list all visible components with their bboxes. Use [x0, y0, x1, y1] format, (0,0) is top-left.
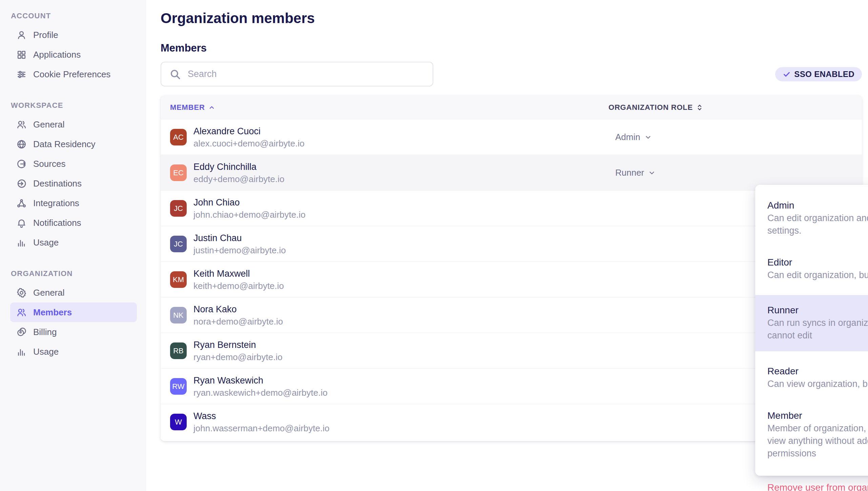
chevron-down-icon: [648, 169, 656, 177]
user-icon: [16, 30, 27, 40]
sidebar-item-usage[interactable]: Usage: [10, 342, 137, 361]
member-email: eddy+demo@airbyte.io: [193, 173, 285, 185]
gear-icon: [16, 288, 27, 298]
column-header-member[interactable]: MEMBER: [170, 95, 215, 119]
sso-enabled-badge: SSO ENABLED: [775, 67, 862, 81]
sso-badge-label: SSO ENABLED: [794, 70, 854, 79]
sidebar-item-general[interactable]: General: [10, 115, 137, 134]
sidebar-item-label: Integrations: [33, 198, 79, 209]
sidebar-item-label: Usage: [33, 237, 59, 248]
check-icon: [783, 70, 791, 78]
sidebar-item-label: Profile: [33, 30, 58, 40]
member-name: Ryan Bernstein: [193, 338, 283, 351]
sidebar-section-workspace: WORKSPACE General Data Residency Sources…: [10, 101, 137, 252]
sidebar-item-billing[interactable]: Billing: [10, 322, 137, 342]
avatar: JC: [170, 236, 187, 252]
member-row: EC Eddy Chinchilla eddy+demo@airbyte.io …: [161, 155, 862, 191]
avatar: W: [170, 414, 187, 430]
bell-icon: [16, 218, 27, 228]
sidebar-section-account: ACCOUNT Profile Applications Cookie Pref…: [10, 12, 137, 84]
sidebar-item-label: Sources: [33, 159, 65, 169]
role-option-description: Member of organization, but cannot view …: [767, 422, 868, 460]
users-icon: [16, 119, 27, 130]
role-dropdown-menu: Admin Can edit organization and organiza…: [755, 185, 868, 476]
member-name: Nora Kako: [193, 303, 283, 316]
bar-chart-icon: [16, 237, 27, 248]
sidebar-item-label: Destinations: [33, 178, 82, 189]
sidebar-item-label: General: [33, 288, 65, 298]
page-title: Organization members: [161, 10, 315, 26]
sidebar-item-label: Billing: [33, 327, 57, 337]
search-box: [161, 62, 433, 86]
sidebar-item-profile[interactable]: Profile: [10, 25, 137, 45]
globe-icon: [16, 139, 27, 150]
member-email: justin+demo@airbyte.io: [193, 244, 286, 256]
sidebar-item-notifications[interactable]: Notifications: [10, 213, 137, 233]
main-content: Organization members Members SSO ENABLED…: [146, 0, 868, 491]
member-email: ryan+demo@airbyte.io: [193, 351, 283, 363]
role-option-reader[interactable]: Reader Can view organization, but cannot…: [755, 359, 868, 396]
sidebar-item-data-residency[interactable]: Data Residency: [10, 134, 137, 154]
avatar: KM: [170, 271, 187, 288]
search-input[interactable]: [161, 62, 433, 86]
members-toolbar: SSO ENABLED: [161, 62, 862, 86]
sidebar-item-label: Usage: [33, 347, 59, 357]
role-option-admin[interactable]: Admin Can edit organization and organiza…: [755, 194, 868, 242]
table-header-row: MEMBER ORGANIZATION ROLE: [161, 95, 862, 119]
role-option-title: Member: [767, 409, 868, 422]
grid-icon: [16, 50, 27, 60]
role-option-editor[interactable]: Editor Can edit organization, but not se…: [755, 251, 868, 287]
role-option-description: Can edit organization, but not settings: [767, 269, 868, 281]
role-option-member[interactable]: Member Member of organization, but canno…: [755, 404, 868, 465]
sidebar-section-label: ORGANIZATION: [11, 269, 137, 278]
member-name: Keith Maxwell: [193, 267, 284, 280]
sort-ascending-icon: [208, 104, 215, 111]
chevron-down-icon: [644, 134, 652, 141]
users-icon: [16, 307, 27, 318]
members-section-title: Members: [161, 42, 207, 54]
member-name: John Chiao: [193, 196, 306, 209]
role-option-title: Editor: [767, 256, 868, 269]
sidebar-item-usage[interactable]: Usage: [10, 233, 137, 252]
role-option-runner[interactable]: Runner Can run syncs in organization, bu…: [755, 295, 868, 351]
member-name: Alexandre Cuoci: [193, 125, 305, 138]
sidebar-item-label: Notifications: [33, 218, 81, 228]
sidebar-item-integrations[interactable]: Integrations: [10, 193, 137, 213]
source-icon: [16, 159, 27, 169]
avatar: EC: [170, 164, 187, 181]
member-email: keith+demo@airbyte.io: [193, 280, 284, 292]
search-icon: [169, 68, 181, 80]
sliders-icon: [16, 69, 27, 80]
sidebar-item-applications[interactable]: Applications: [10, 45, 137, 64]
role-select[interactable]: Admin: [615, 119, 652, 155]
avatar: NK: [170, 307, 187, 323]
sidebar-item-label: Applications: [33, 50, 81, 60]
member-email: john.chiao+demo@airbyte.io: [193, 209, 306, 221]
member-name: Justin Chau: [193, 232, 286, 244]
role-option-title: Reader: [767, 365, 868, 378]
bar-chart-icon: [16, 347, 27, 357]
sidebar-item-general[interactable]: General: [10, 283, 137, 302]
sidebar-item-sources[interactable]: Sources: [10, 154, 137, 174]
member-name: Eddy Chinchilla: [193, 160, 285, 173]
network-icon: [16, 198, 27, 209]
sidebar-item-label: Members: [33, 307, 72, 318]
member-email: alex.cuoci+demo@airbyte.io: [193, 138, 305, 150]
role-select[interactable]: Runner: [615, 155, 656, 191]
sidebar-item-destinations[interactable]: Destinations: [10, 174, 137, 193]
sidebar-item-cookie-preferences[interactable]: Cookie Preferences: [10, 64, 137, 84]
destination-icon: [16, 178, 27, 189]
member-email: john.wasserman+demo@airbyte.io: [193, 423, 329, 434]
sidebar-section-label: ACCOUNT: [11, 12, 137, 20]
sidebar-section-organization: ORGANIZATION General Members Billing Usa…: [10, 269, 137, 361]
avatar: JC: [170, 200, 187, 217]
member-email: ryan.waskewich+demo@airbyte.io: [193, 387, 328, 399]
avatar: RW: [170, 378, 187, 395]
sidebar-item-members[interactable]: Members: [10, 302, 137, 322]
coins-icon: [16, 327, 27, 337]
role-option-description: Can run syncs in organization, but canno…: [767, 317, 868, 342]
column-header-organization-role[interactable]: ORGANIZATION ROLE: [608, 95, 703, 119]
role-option-title: Runner: [767, 304, 868, 317]
member-name: Ryan Waskewich: [193, 374, 328, 387]
remove-user-action[interactable]: Remove user from organization: [755, 473, 868, 491]
